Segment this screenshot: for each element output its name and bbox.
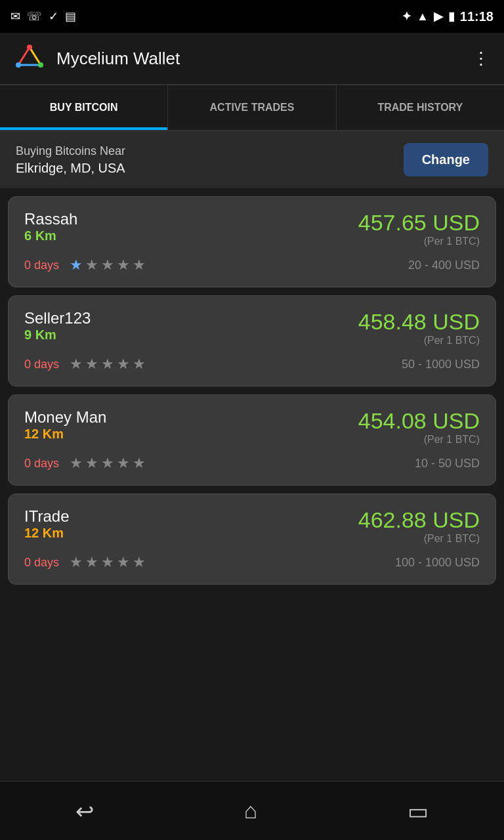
listing-bottom: 0 days ★★★★★ 10 - 50 USD (24, 455, 480, 472)
seller-name: ITrade (24, 507, 69, 526)
price-info: 454.08 USD (Per 1 BTC) (358, 408, 480, 446)
listings-container: Rassah 6 Km 457.65 USD (Per 1 BTC) 0 day… (0, 188, 504, 786)
status-bar: ✉ ☏ ✓ ▤ ✦ ▲ ▶ ▮ 11:18 (0, 0, 504, 33)
stars-container: ★★★★★ (70, 356, 146, 373)
star-icon: ★ (70, 455, 83, 472)
location-bar: Buying Bitcoins Near Elkridge, MD, USA C… (0, 131, 504, 188)
star-icon: ★ (101, 455, 114, 472)
status-bar-left: ✉ ☏ ✓ ▤ (10, 9, 76, 24)
tab-buy-bitcoin-label: BUY BITCOIN (50, 102, 118, 114)
listing-bottom: 0 days ★★★★★ 50 - 1000 USD (24, 356, 480, 373)
back-button[interactable]: ↩ (75, 798, 94, 824)
seller-info: Seller123 9 Km (24, 309, 91, 343)
price-per: (Per 1 BTC) (358, 335, 480, 346)
listing-card[interactable]: Seller123 9 Km 458.48 USD (Per 1 BTC) 0 … (8, 295, 496, 387)
star-icon: ★ (85, 455, 98, 472)
listing-top: Seller123 9 Km 458.48 USD (Per 1 BTC) (24, 309, 480, 346)
seller-name: Money Man (24, 408, 106, 427)
listing-card[interactable]: ITrade 12 Km 462.88 USD (Per 1 BTC) 0 da… (8, 494, 496, 585)
star-icon: ★ (101, 356, 114, 373)
svg-point-5 (38, 62, 43, 68)
price-value: 458.48 USD (358, 309, 480, 335)
svg-point-4 (16, 62, 21, 68)
tab-trade-history-label: TRADE HISTORY (377, 102, 463, 114)
bars-icon: ▤ (65, 9, 76, 24)
star-icon: ★ (101, 554, 114, 571)
tab-bar: BUY BITCOIN ACTIVE TRADES TRADE HISTORY (0, 85, 504, 131)
status-bar-right: ✦ ▲ ▶ ▮ 11:18 (402, 9, 494, 24)
location-value: Elkridge, MD, USA (16, 161, 125, 176)
days-label: 0 days (24, 259, 59, 272)
tab-active-trades[interactable]: ACTIVE TRADES (168, 85, 336, 130)
star-icon: ★ (117, 257, 130, 274)
check-icon: ✓ (49, 9, 58, 24)
seller-info: Money Man 12 Km (24, 408, 106, 442)
listing-meta: 0 days ★★★★★ (24, 455, 146, 472)
seller-distance: 9 Km (24, 327, 91, 343)
price-info: 462.88 USD (Per 1 BTC) (358, 507, 480, 545)
tab-buy-bitcoin[interactable]: BUY BITCOIN (0, 85, 168, 130)
svg-point-3 (27, 45, 32, 50)
star-icon: ★ (85, 554, 98, 571)
app-bar-left: Mycelium Wallet (13, 42, 180, 75)
bottom-nav: ↩ ⌂ ▭ (0, 781, 504, 840)
svg-line-0 (18, 47, 30, 65)
star-icon: ★ (70, 554, 83, 571)
recent-apps-button[interactable]: ▭ (408, 798, 429, 824)
tab-active-trades-label: ACTIVE TRADES (210, 102, 295, 114)
seller-distance: 6 Km (24, 228, 77, 243)
seller-distance: 12 Km (24, 526, 69, 541)
tab-trade-history[interactable]: TRADE HISTORY (337, 85, 504, 130)
overflow-menu-icon[interactable]: ⋮ (472, 49, 491, 69)
listing-bottom: 0 days ★★★★★ 20 - 400 USD (24, 257, 480, 274)
listing-card[interactable]: Rassah 6 Km 457.65 USD (Per 1 BTC) 0 day… (8, 196, 496, 287)
seller-name: Rassah (24, 210, 77, 228)
listing-top: Money Man 12 Km 454.08 USD (Per 1 BTC) (24, 408, 480, 446)
listing-meta: 0 days ★★★★★ (24, 257, 146, 274)
price-range: 50 - 1000 USD (402, 358, 480, 371)
price-info: 457.65 USD (Per 1 BTC) (358, 210, 480, 247)
star-icon: ★ (70, 356, 83, 373)
price-per: (Per 1 BTC) (358, 533, 480, 545)
app-bar: Mycelium Wallet ⋮ (0, 33, 504, 85)
star-icon: ★ (101, 257, 114, 274)
signal-icon: ▶ (434, 9, 443, 24)
phone-icon: ☏ (27, 9, 42, 24)
star-icon: ★ (133, 455, 146, 472)
star-icon: ★ (117, 554, 130, 571)
status-time: 11:18 (460, 9, 494, 24)
listing-top: Rassah 6 Km 457.65 USD (Per 1 BTC) (24, 210, 480, 247)
listing-bottom: 0 days ★★★★★ 100 - 1000 USD (24, 554, 480, 571)
change-location-button[interactable]: Change (404, 143, 488, 177)
star-icon: ★ (133, 554, 146, 571)
listing-meta: 0 days ★★★★★ (24, 356, 146, 373)
home-button[interactable]: ⌂ (244, 798, 258, 824)
app-title: Mycelium Wallet (56, 49, 180, 69)
seller-distance: 12 Km (24, 427, 106, 442)
days-label: 0 days (24, 457, 59, 471)
star-icon: ★ (70, 257, 83, 274)
location-label: Buying Bitcoins Near (16, 144, 125, 158)
star-icon: ★ (117, 356, 130, 373)
stars-container: ★★★★★ (70, 257, 146, 274)
app-logo (13, 42, 46, 75)
tab-active-indicator (0, 127, 167, 130)
price-range: 100 - 1000 USD (395, 556, 480, 570)
price-range: 20 - 400 USD (408, 259, 480, 272)
star-icon: ★ (85, 257, 98, 274)
battery-icon: ▮ (448, 9, 455, 24)
mail-icon: ✉ (10, 9, 20, 24)
seller-info: ITrade 12 Km (24, 507, 69, 541)
listing-card[interactable]: Money Man 12 Km 454.08 USD (Per 1 BTC) 0… (8, 394, 496, 486)
listing-top: ITrade 12 Km 462.88 USD (Per 1 BTC) (24, 507, 480, 545)
price-value: 454.08 USD (358, 408, 480, 434)
days-label: 0 days (24, 358, 59, 371)
svg-line-1 (30, 47, 41, 65)
days-label: 0 days (24, 556, 59, 570)
wifi-icon: ▲ (417, 10, 429, 24)
price-per: (Per 1 BTC) (358, 236, 480, 247)
star-icon: ★ (117, 455, 130, 472)
seller-name: Seller123 (24, 309, 91, 327)
star-icon: ★ (133, 257, 146, 274)
bluetooth-icon: ✦ (402, 9, 411, 24)
